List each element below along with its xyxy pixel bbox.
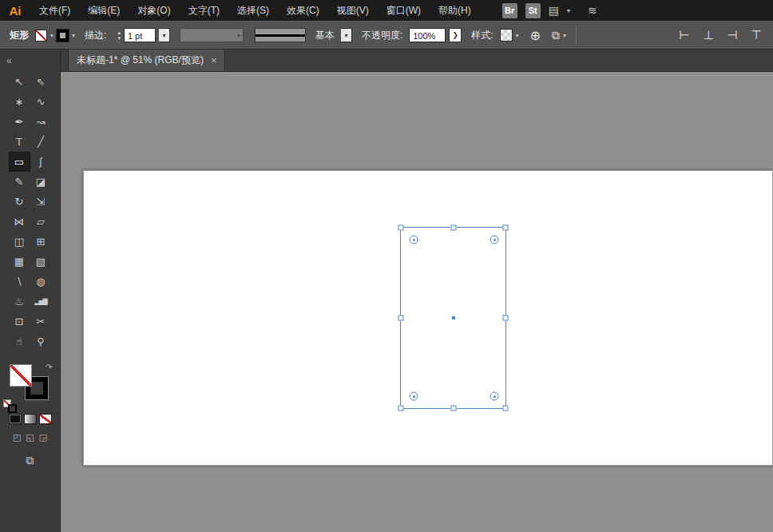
- menu-effect[interactable]: 效果(C): [278, 0, 328, 21]
- gradient-tool-icon: ▧: [36, 256, 46, 267]
- live-corner-widget[interactable]: [410, 236, 418, 244]
- tool-perspective-grid-tool[interactable]: ⊞: [30, 232, 52, 252]
- selection-handle[interactable]: [398, 316, 404, 321]
- align-center-icon[interactable]: ⊥: [700, 28, 717, 42]
- tool-shape-builder-tool[interactable]: ◫: [9, 232, 30, 252]
- tool-free-transform-tool[interactable]: ▱: [30, 212, 52, 232]
- menu-edit[interactable]: 编辑(E): [79, 0, 129, 21]
- direct-selection-tool-icon: ⇖: [37, 77, 46, 87]
- stock-badge[interactable]: St: [525, 3, 541, 18]
- align-left-icon[interactable]: ⊢: [676, 28, 693, 42]
- stroke-caret-icon[interactable]: ▾: [72, 32, 75, 39]
- fill-caret-icon[interactable]: ▾: [50, 32, 54, 39]
- document-tab[interactable]: 未标题-1* @ 51% (RGB/预览) ×: [68, 49, 225, 71]
- live-corner-widget[interactable]: [490, 392, 499, 401]
- arrange-caret-icon[interactable]: ▾: [563, 32, 566, 39]
- selection-handle[interactable]: [398, 225, 404, 231]
- tool-magic-wand-tool[interactable]: ∗: [9, 92, 30, 112]
- menu-window[interactable]: 窗口(W): [378, 0, 430, 21]
- align-top-icon[interactable]: ⊤: [747, 28, 765, 42]
- shape-builder-tool-icon: ◫: [14, 236, 24, 247]
- tool-blend-tool[interactable]: ◍: [30, 272, 52, 292]
- menu-object[interactable]: 对象(O): [129, 0, 179, 21]
- tool-rotate-tool[interactable]: ↻: [9, 192, 30, 212]
- opacity-input[interactable]: 100%: [409, 28, 446, 42]
- tool-paintbrush-tool[interactable]: ∫: [30, 152, 52, 172]
- fill-color-swatch[interactable]: [35, 30, 47, 42]
- none-button[interactable]: [39, 414, 52, 424]
- menu-file[interactable]: 文件(F): [30, 0, 79, 21]
- menu-view[interactable]: 视图(V): [328, 0, 378, 21]
- tool-column-graph-tool[interactable]: ▂▅▇: [30, 292, 52, 312]
- tool-direct-selection-tool[interactable]: ⇖: [30, 72, 52, 92]
- color-button[interactable]: [9, 414, 22, 424]
- style-swatch[interactable]: [500, 29, 513, 42]
- opacity-panel-button[interactable]: ❯: [449, 28, 462, 42]
- tool-eraser-tool[interactable]: ◪: [30, 172, 52, 192]
- screen-mode-icon[interactable]: ⧉: [26, 454, 34, 467]
- tool-pen-tool[interactable]: ✒: [9, 112, 30, 132]
- stroke-color-swatch[interactable]: [57, 30, 69, 42]
- close-icon[interactable]: ×: [211, 54, 217, 66]
- tool-scale-tool[interactable]: ⇲: [30, 192, 52, 212]
- tool-selection-tool[interactable]: ↖: [9, 72, 30, 92]
- tool-gradient-tool[interactable]: ▧: [30, 252, 52, 272]
- tool-rectangle-tool[interactable]: ▭: [9, 152, 30, 172]
- tool-lasso-tool[interactable]: ∿: [30, 92, 52, 112]
- collapse-panel-button[interactable]: «: [0, 50, 60, 72]
- selection-handle[interactable]: [503, 225, 509, 231]
- tool-eyedropper-tool[interactable]: ∖: [9, 272, 30, 292]
- tool-slice-tool[interactable]: ✂: [30, 312, 52, 332]
- selection-handle[interactable]: [503, 316, 509, 321]
- scribble-icon[interactable]: ≋: [588, 4, 597, 17]
- selection-handle[interactable]: [450, 406, 456, 411]
- selection-handle[interactable]: [450, 225, 456, 231]
- tool-hand-tool[interactable]: ☝: [9, 332, 30, 351]
- tool-mesh-tool[interactable]: ▦: [9, 252, 30, 272]
- stepper-down-icon[interactable]: ▾: [117, 35, 121, 41]
- selection-handle[interactable]: [503, 406, 509, 411]
- canvas[interactable]: [61, 72, 773, 532]
- workspace-icon[interactable]: ▤: [549, 4, 559, 17]
- fill-swatch-none[interactable]: [10, 364, 32, 387]
- width-profile-dropdown[interactable]: ▾: [180, 28, 244, 42]
- menu-help[interactable]: 帮助(H): [430, 0, 480, 21]
- tool-artboard-tool[interactable]: ⊡: [9, 312, 30, 332]
- style-caret-icon[interactable]: ▾: [516, 32, 519, 39]
- chevron-down-icon[interactable]: ▾: [567, 7, 570, 14]
- center-point[interactable]: [451, 316, 456, 320]
- menu-select[interactable]: 选择(S): [228, 0, 278, 21]
- stepper-up-icon[interactable]: ▴: [117, 30, 121, 35]
- brush-dropdown[interactable]: ▾: [341, 28, 352, 42]
- gradient-button[interactable]: [24, 414, 37, 424]
- live-corner-widget[interactable]: [490, 236, 499, 244]
- bridge-badge[interactable]: Br: [502, 3, 517, 18]
- draw-normal-icon[interactable]: ◰: [13, 432, 21, 443]
- selection-handle[interactable]: [398, 406, 404, 411]
- control-bar: 矩形 ▾ ▾ 描边: ▴ ▾ 1 pt ▾ ▾ 基本 ▾ 不透明度: 100% …: [0, 21, 773, 50]
- tool-pencil-tool[interactable]: ✎: [9, 172, 30, 192]
- swap-fill-stroke-icon[interactable]: ↷: [46, 363, 52, 371]
- tool-symbol-sprayer-tool[interactable]: ♨: [9, 292, 30, 312]
- arrange-documents-icon[interactable]: ⧉: [552, 29, 560, 42]
- stroke-width-dropdown[interactable]: ▾: [159, 28, 170, 42]
- menu-type[interactable]: 文字(T): [180, 0, 228, 21]
- live-corner-widget[interactable]: [410, 392, 418, 401]
- stroke-width-stepper[interactable]: ▴ ▾: [117, 30, 121, 41]
- selected-rectangle[interactable]: [400, 227, 506, 409]
- align-right-icon[interactable]: ⊣: [723, 28, 741, 42]
- tool-type-tool[interactable]: T: [9, 132, 30, 152]
- rectangle-tool-icon: ▭: [14, 157, 24, 167]
- draw-inside-icon[interactable]: ◲: [39, 432, 47, 443]
- draw-behind-icon[interactable]: ◱: [26, 432, 34, 443]
- lasso-tool-icon: ∿: [37, 97, 46, 107]
- tool-width-tool[interactable]: ⋈: [9, 212, 30, 232]
- brush-name[interactable]: 基本: [315, 29, 335, 42]
- stroke-width-input[interactable]: 1 pt: [124, 28, 156, 42]
- tool-line-segment-tool[interactable]: ╱: [30, 132, 52, 152]
- globe-icon[interactable]: ⊕: [530, 28, 541, 43]
- tool-zoom-tool[interactable]: ⚲: [30, 332, 52, 351]
- brush-stroke-preview[interactable]: [255, 28, 306, 42]
- tool-curvature-tool[interactable]: ↝: [30, 112, 52, 132]
- default-fill-stroke-icon[interactable]: [3, 399, 11, 407]
